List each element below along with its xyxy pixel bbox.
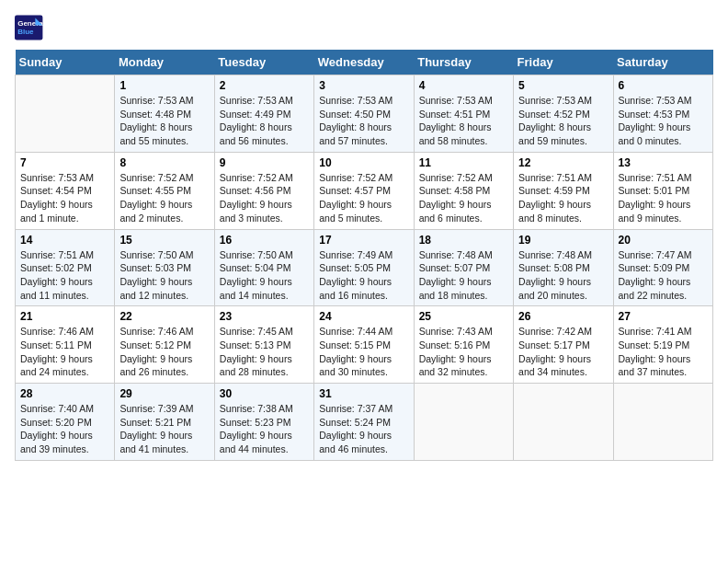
day-info: Sunrise: 7:53 AM Sunset: 4:50 PM Dayligh…	[319, 94, 408, 148]
calendar-cell: 29Sunrise: 7:39 AM Sunset: 5:21 PM Dayli…	[115, 384, 214, 461]
day-info: Sunrise: 7:51 AM Sunset: 4:59 PM Dayligh…	[518, 171, 608, 225]
day-info: Sunrise: 7:49 AM Sunset: 5:05 PM Dayligh…	[319, 248, 408, 303]
calendar-cell: 3Sunrise: 7:53 AM Sunset: 4:50 PM Daylig…	[314, 75, 414, 153]
weekday-header-saturday: Saturday	[613, 50, 712, 75]
day-number: 2	[220, 79, 309, 92]
day-number: 1	[119, 79, 209, 92]
svg-text:Blue: Blue	[17, 28, 34, 36]
day-info: Sunrise: 7:51 AM Sunset: 5:02 PM Dayligh…	[20, 248, 109, 303]
day-number: 9	[220, 156, 309, 169]
day-info: Sunrise: 7:42 AM Sunset: 5:17 PM Dayligh…	[518, 325, 608, 379]
day-number: 29	[119, 387, 209, 400]
day-number: 15	[119, 234, 209, 247]
calendar-week-row: 1Sunrise: 7:53 AM Sunset: 4:48 PM Daylig…	[16, 75, 713, 153]
calendar-cell: 4Sunrise: 7:53 AM Sunset: 4:51 PM Daylig…	[414, 75, 513, 153]
day-number: 3	[319, 79, 408, 92]
calendar-cell: 5Sunrise: 7:53 AM Sunset: 4:52 PM Daylig…	[514, 75, 613, 153]
day-number: 24	[319, 310, 408, 323]
day-number: 30	[220, 387, 309, 400]
day-number: 22	[119, 310, 209, 323]
calendar-cell	[16, 75, 115, 153]
day-number: 13	[619, 156, 708, 169]
day-info: Sunrise: 7:37 AM Sunset: 5:24 PM Dayligh…	[319, 402, 408, 456]
calendar-cell: 30Sunrise: 7:38 AM Sunset: 5:23 PM Dayli…	[214, 384, 313, 461]
calendar-cell: 11Sunrise: 7:52 AM Sunset: 4:58 PM Dayli…	[414, 152, 513, 229]
day-info: Sunrise: 7:53 AM Sunset: 4:53 PM Dayligh…	[619, 94, 708, 148]
weekday-header-tuesday: Tuesday	[214, 50, 313, 75]
calendar-cell: 8Sunrise: 7:52 AM Sunset: 4:55 PM Daylig…	[115, 152, 214, 229]
day-info: Sunrise: 7:44 AM Sunset: 5:15 PM Dayligh…	[319, 325, 408, 379]
calendar-cell: 23Sunrise: 7:45 AM Sunset: 5:13 PM Dayli…	[214, 306, 313, 384]
weekday-header-thursday: Thursday	[414, 50, 513, 75]
day-info: Sunrise: 7:48 AM Sunset: 5:07 PM Dayligh…	[419, 248, 508, 303]
calendar-cell: 25Sunrise: 7:43 AM Sunset: 5:16 PM Dayli…	[414, 306, 513, 384]
day-number: 12	[518, 156, 608, 169]
calendar-cell: 6Sunrise: 7:53 AM Sunset: 4:53 PM Daylig…	[613, 75, 712, 153]
day-number: 18	[419, 234, 508, 247]
weekday-header-monday: Monday	[115, 50, 214, 75]
day-info: Sunrise: 7:53 AM Sunset: 4:52 PM Dayligh…	[518, 94, 608, 148]
weekday-header-friday: Friday	[514, 50, 613, 75]
weekday-header-sunday: Sunday	[16, 50, 115, 75]
calendar-cell: 19Sunrise: 7:48 AM Sunset: 5:08 PM Dayli…	[514, 229, 613, 306]
calendar-cell: 20Sunrise: 7:47 AM Sunset: 5:09 PM Dayli…	[613, 229, 712, 306]
day-info: Sunrise: 7:53 AM Sunset: 4:51 PM Dayligh…	[419, 94, 508, 148]
day-number: 16	[220, 234, 309, 247]
day-number: 25	[419, 310, 508, 323]
calendar-cell: 2Sunrise: 7:53 AM Sunset: 4:49 PM Daylig…	[214, 75, 313, 153]
day-number: 27	[619, 310, 708, 323]
day-info: Sunrise: 7:46 AM Sunset: 5:11 PM Dayligh…	[20, 325, 109, 379]
day-info: Sunrise: 7:50 AM Sunset: 5:03 PM Dayligh…	[119, 248, 209, 303]
day-info: Sunrise: 7:40 AM Sunset: 5:20 PM Dayligh…	[20, 402, 109, 456]
day-info: Sunrise: 7:52 AM Sunset: 4:57 PM Dayligh…	[319, 171, 408, 225]
day-number: 19	[518, 234, 608, 247]
day-info: Sunrise: 7:53 AM Sunset: 4:48 PM Dayligh…	[119, 94, 209, 148]
calendar-cell	[613, 384, 712, 461]
day-number: 17	[319, 234, 408, 247]
calendar-cell: 13Sunrise: 7:51 AM Sunset: 5:01 PM Dayli…	[613, 152, 712, 229]
day-number: 23	[220, 310, 309, 323]
calendar-cell: 16Sunrise: 7:50 AM Sunset: 5:04 PM Dayli…	[214, 229, 313, 306]
day-number: 5	[518, 79, 608, 92]
calendar-cell: 26Sunrise: 7:42 AM Sunset: 5:17 PM Dayli…	[514, 306, 613, 384]
calendar-cell: 15Sunrise: 7:50 AM Sunset: 5:03 PM Dayli…	[115, 229, 214, 306]
day-number: 11	[419, 156, 508, 169]
day-info: Sunrise: 7:43 AM Sunset: 5:16 PM Dayligh…	[419, 325, 508, 379]
day-info: Sunrise: 7:45 AM Sunset: 5:13 PM Dayligh…	[220, 325, 309, 379]
calendar-header-row: SundayMondayTuesdayWednesdayThursdayFrid…	[16, 50, 713, 75]
calendar-cell: 9Sunrise: 7:52 AM Sunset: 4:56 PM Daylig…	[214, 152, 313, 229]
calendar-cell: 27Sunrise: 7:41 AM Sunset: 5:19 PM Dayli…	[613, 306, 712, 384]
day-number: 26	[518, 310, 608, 323]
day-info: Sunrise: 7:52 AM Sunset: 4:56 PM Dayligh…	[220, 171, 309, 225]
calendar-cell	[414, 384, 513, 461]
day-number: 8	[119, 156, 209, 169]
calendar-cell: 28Sunrise: 7:40 AM Sunset: 5:20 PM Dayli…	[16, 384, 115, 461]
day-info: Sunrise: 7:53 AM Sunset: 4:54 PM Dayligh…	[20, 171, 109, 225]
calendar-cell: 10Sunrise: 7:52 AM Sunset: 4:57 PM Dayli…	[314, 152, 414, 229]
day-info: Sunrise: 7:46 AM Sunset: 5:12 PM Dayligh…	[119, 325, 209, 379]
weekday-header-wednesday: Wednesday	[314, 50, 414, 75]
day-info: Sunrise: 7:47 AM Sunset: 5:09 PM Dayligh…	[619, 248, 708, 303]
day-number: 14	[20, 234, 109, 247]
calendar-cell: 24Sunrise: 7:44 AM Sunset: 5:15 PM Dayli…	[314, 306, 414, 384]
calendar-cell: 1Sunrise: 7:53 AM Sunset: 4:48 PM Daylig…	[115, 75, 214, 153]
day-info: Sunrise: 7:52 AM Sunset: 4:58 PM Dayligh…	[419, 171, 508, 225]
day-number: 31	[319, 387, 408, 400]
calendar-cell: 17Sunrise: 7:49 AM Sunset: 5:05 PM Dayli…	[314, 229, 414, 306]
calendar-cell: 22Sunrise: 7:46 AM Sunset: 5:12 PM Dayli…	[115, 306, 214, 384]
calendar-week-row: 21Sunrise: 7:46 AM Sunset: 5:11 PM Dayli…	[16, 306, 713, 384]
calendar-cell	[514, 384, 613, 461]
day-number: 6	[619, 79, 708, 92]
day-number: 28	[20, 387, 109, 400]
day-info: Sunrise: 7:38 AM Sunset: 5:23 PM Dayligh…	[220, 402, 309, 456]
calendar-week-row: 28Sunrise: 7:40 AM Sunset: 5:20 PM Dayli…	[16, 384, 713, 461]
day-number: 7	[20, 156, 109, 169]
day-number: 21	[20, 310, 109, 323]
calendar-cell: 31Sunrise: 7:37 AM Sunset: 5:24 PM Dayli…	[314, 384, 414, 461]
calendar-cell: 18Sunrise: 7:48 AM Sunset: 5:07 PM Dayli…	[414, 229, 513, 306]
day-info: Sunrise: 7:53 AM Sunset: 4:49 PM Dayligh…	[220, 94, 309, 148]
logo: General Blue	[15, 15, 48, 40]
calendar-cell: 12Sunrise: 7:51 AM Sunset: 4:59 PM Dayli…	[514, 152, 613, 229]
day-info: Sunrise: 7:52 AM Sunset: 4:55 PM Dayligh…	[119, 171, 209, 225]
day-info: Sunrise: 7:39 AM Sunset: 5:21 PM Dayligh…	[119, 402, 209, 456]
